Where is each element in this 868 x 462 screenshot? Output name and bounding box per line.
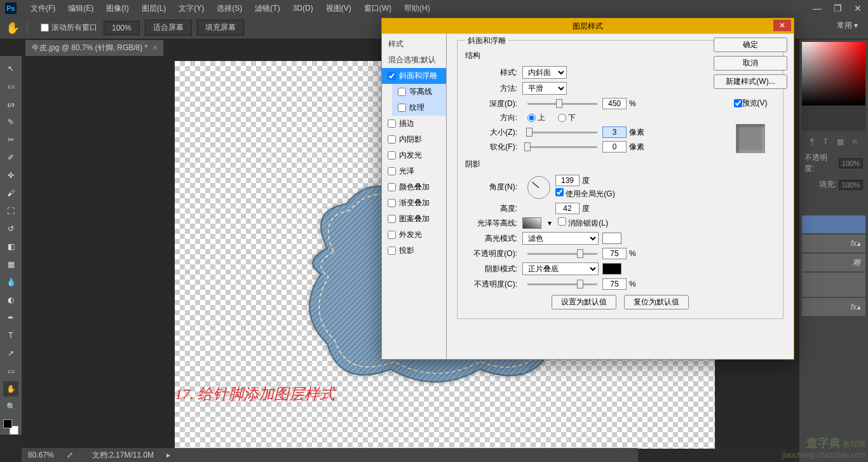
layer-bevel-row[interactable]: 雕	[802, 254, 865, 271]
style-drop-shadow[interactable]: 投影	[382, 243, 446, 259]
style-inner-shadow[interactable]: 内阴影	[382, 132, 446, 147]
type-tool[interactable]: T	[3, 328, 18, 343]
shadow-color-swatch[interactable]	[602, 263, 621, 275]
expand-icon[interactable]: ⤢	[67, 451, 73, 459]
healing-tool[interactable]: ✜	[3, 168, 18, 183]
angle-input[interactable]	[555, 175, 580, 186]
style-bevel[interactable]: 斜面和浮雕	[382, 68, 446, 84]
direction-down-radio[interactable]	[558, 114, 566, 122]
chevron-down-icon[interactable]: ▾	[548, 219, 552, 228]
menu-layer[interactable]: 图层(L)	[135, 1, 173, 17]
hand-tool[interactable]: ✋	[3, 381, 18, 397]
gradient-tool[interactable]: ▦	[3, 257, 18, 272]
menu-image[interactable]: 图像(I)	[100, 1, 135, 17]
blend-options-header[interactable]: 混合选项:默认	[382, 52, 446, 68]
cancel-button[interactable]: 取消	[714, 56, 787, 71]
color-picker-panel[interactable]	[802, 42, 865, 131]
shadow-opacity-input[interactable]	[602, 278, 627, 290]
style-select[interactable]: 内斜面	[522, 66, 567, 79]
angle-dial[interactable]	[527, 176, 550, 199]
ok-button[interactable]: 确定	[714, 37, 787, 52]
lasso-tool[interactable]: ᔕ	[3, 97, 18, 112]
styles-header[interactable]: 样式	[382, 36, 446, 52]
move-tool[interactable]: ↖	[3, 61, 18, 76]
type-icon[interactable]: T	[824, 137, 828, 146]
brush-tool[interactable]: 🖌	[3, 186, 18, 201]
highlight-color-swatch[interactable]	[602, 233, 621, 244]
crop-tool[interactable]: ✂	[3, 132, 18, 147]
color-swatches[interactable]	[3, 419, 18, 435]
menu-view[interactable]: 视图(V)	[320, 1, 358, 17]
shadow-opacity-slider[interactable]	[527, 283, 597, 285]
style-gradient-overlay[interactable]: 渐变叠加	[382, 195, 446, 211]
fit-screen-btn[interactable]: 适合屏幕	[145, 20, 192, 36]
menu-window[interactable]: 窗口(W)	[358, 1, 398, 17]
maximize-btn[interactable]: ❐	[827, 0, 848, 17]
highlight-opacity-slider[interactable]	[527, 253, 597, 255]
dodge-tool[interactable]: ◐	[3, 292, 18, 308]
gloss-contour-picker[interactable]	[522, 217, 541, 229]
eyedropper-tool[interactable]: ✐	[3, 150, 18, 165]
style-pattern-overlay[interactable]: 图案叠加	[382, 211, 446, 227]
soften-slider[interactable]	[527, 146, 597, 148]
color-field[interactable]	[802, 42, 865, 105]
workspace-dropdown[interactable]: 常用 ▾	[837, 20, 858, 31]
menu-file[interactable]: 文件(F)	[24, 1, 62, 17]
menu-select[interactable]: 选择(S)	[210, 1, 248, 17]
link-icon[interactable]: ⎋	[853, 137, 857, 146]
fill-value[interactable]: 100%	[839, 180, 863, 190]
antialias-checkbox[interactable]: 消除锯齿(L)	[558, 217, 608, 229]
path-select-tool[interactable]: ↗	[3, 346, 18, 361]
layer-fx-row-2[interactable]: fx ▴	[802, 298, 865, 316]
fill-screen-btn[interactable]: 填充屏幕	[197, 20, 244, 36]
depth-input[interactable]	[602, 98, 627, 109]
size-input[interactable]	[602, 126, 627, 138]
style-texture[interactable]: 纹理	[392, 100, 446, 116]
history-brush-tool[interactable]: ↺	[3, 221, 18, 236]
style-stroke[interactable]: 描边	[382, 116, 446, 132]
minimize-btn[interactable]: —	[807, 0, 827, 17]
highlight-mode-select[interactable]: 滤色	[522, 232, 599, 245]
zoom-tool[interactable]: 🔍	[3, 399, 18, 414]
marquee-tool[interactable]: ▭	[3, 79, 18, 94]
style-satin[interactable]: 光泽	[382, 163, 446, 179]
chevron-right-icon[interactable]: ▸	[166, 451, 170, 459]
technique-select[interactable]: 平滑	[522, 82, 567, 95]
shadow-mode-select[interactable]: 正片叠底	[522, 262, 599, 275]
pen-tool[interactable]: ✒	[3, 310, 18, 325]
layer-fx-row[interactable]: fx ▴	[802, 234, 865, 252]
scroll-all-checkbox[interactable]: 滚动所有窗口	[41, 22, 97, 33]
global-light-checkbox[interactable]: 使用全局光(G)	[555, 189, 615, 198]
menu-edit[interactable]: 编辑(E)	[62, 1, 100, 17]
menu-help[interactable]: 帮助(H)	[398, 1, 437, 17]
shape-tool[interactable]: ▭	[3, 363, 18, 379]
tab-close-icon[interactable]: ×	[153, 43, 157, 52]
document-tab[interactable]: 牛皮.jpg @ 80.7% (针脚, RGB/8) * ×	[25, 40, 163, 56]
menu-filter[interactable]: 滤镜(T)	[248, 1, 286, 17]
grid-icon[interactable]: ▦	[837, 137, 844, 146]
eraser-tool[interactable]: ◧	[3, 239, 18, 254]
menu-3d[interactable]: 3D(D)	[287, 1, 320, 15]
style-color-overlay[interactable]: 颜色叠加	[382, 179, 446, 195]
set-default-btn[interactable]: 设置为默认值	[552, 295, 616, 309]
altitude-input[interactable]	[555, 203, 580, 214]
stamp-tool[interactable]: ⛶	[3, 203, 18, 219]
close-btn[interactable]: ✕	[848, 0, 868, 17]
dialog-close-btn[interactable]: ✕	[773, 20, 791, 31]
depth-slider[interactable]	[527, 103, 597, 105]
foreground-swatch[interactable]	[3, 419, 12, 428]
direction-up-radio[interactable]	[527, 114, 536, 122]
paragraph-icon[interactable]: ¶	[810, 137, 814, 146]
size-slider[interactable]	[527, 132, 597, 133]
opacity-value[interactable]: 100%	[839, 158, 863, 168]
reset-default-btn[interactable]: 复位为默认值	[624, 295, 689, 309]
soften-input[interactable]	[602, 141, 627, 153]
dialog-titlebar[interactable]: 图层样式 ✕	[382, 18, 794, 34]
highlight-opacity-input[interactable]	[602, 248, 627, 259]
zoom-100-btn[interactable]: 100%	[104, 21, 140, 35]
style-contour[interactable]: 等高线	[392, 84, 446, 100]
quick-select-tool[interactable]: ✎	[3, 114, 18, 130]
blur-tool[interactable]: 💧	[3, 275, 18, 290]
new-style-button[interactable]: 新建样式(W)...	[714, 74, 787, 89]
layer-row[interactable]	[802, 273, 865, 297]
